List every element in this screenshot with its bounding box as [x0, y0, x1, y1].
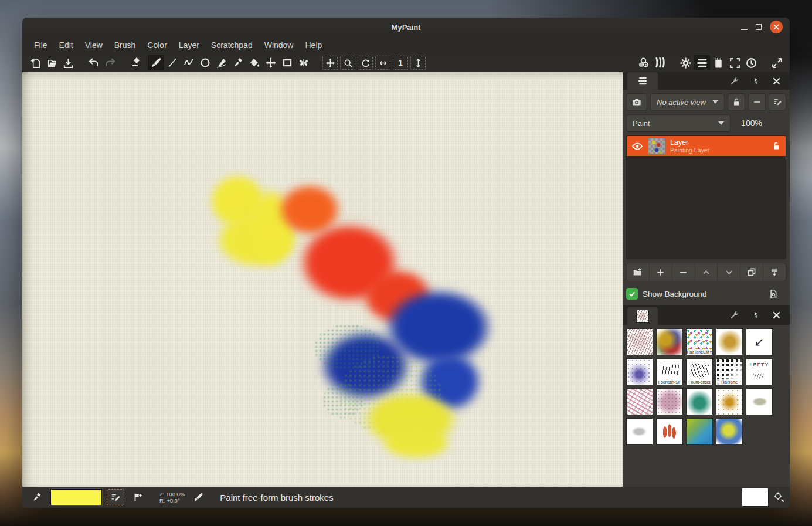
brush-settings-button[interactable]: [107, 489, 124, 505]
panel-snap-icon[interactable]: [751, 310, 761, 320]
freehand-tool-button[interactable]: [148, 55, 164, 70]
remove-layer-button[interactable]: [672, 263, 695, 281]
show-background-checkbox[interactable]: [626, 288, 638, 300]
flood-fill-tool-button[interactable]: [246, 55, 263, 70]
brush-tile-red-pastel-strokes[interactable]: [656, 418, 683, 445]
edit-view-button[interactable]: [769, 93, 786, 111]
brush-tile-fountain-sf[interactable]: Fountain-SF: [656, 358, 683, 385]
statusbar-pick-color-button[interactable]: [28, 489, 46, 505]
menu-help[interactable]: Help: [299, 38, 328, 52]
reset-zoom-button[interactable]: 1: [393, 56, 408, 70]
background-chooser-button[interactable]: [768, 289, 778, 299]
lock-view-button[interactable]: [728, 93, 745, 111]
pan-view-button[interactable]: [322, 56, 338, 70]
canvas[interactable]: [22, 72, 623, 487]
preferences-button[interactable]: [677, 55, 694, 70]
titlebar[interactable]: MyPaint: [22, 18, 790, 36]
scratchpad-panel-button[interactable]: [710, 55, 726, 70]
brush-tile-lefty[interactable]: LEFTY: [746, 358, 773, 385]
panel-close-icon[interactable]: [773, 77, 780, 85]
layers-tab[interactable]: [627, 72, 658, 90]
lower-layer-button[interactable]: [717, 263, 740, 281]
layers-panel-tabstrip: [623, 72, 790, 90]
brush-tile-mauve-stipple[interactable]: [656, 388, 683, 415]
remove-view-button[interactable]: [748, 93, 766, 111]
open-file-button[interactable]: [43, 55, 60, 70]
fit-view-button[interactable]: [410, 56, 426, 70]
paintbrush-icon: [193, 492, 203, 503]
layer-row-selected[interactable]: Layer Painting Layer: [627, 136, 786, 156]
panel-settings-wrench-icon[interactable]: [729, 76, 739, 86]
add-bookmark-button[interactable]: [129, 489, 147, 505]
layers-panel-button[interactable]: [694, 55, 710, 70]
zoom-view-button[interactable]: [340, 56, 355, 70]
raise-layer-button[interactable]: [695, 263, 718, 281]
resize-window-button[interactable]: [769, 55, 785, 70]
color-wheel-panel-button[interactable]: [635, 55, 651, 70]
maximize-button[interactable]: [756, 24, 762, 30]
menu-view[interactable]: View: [79, 38, 108, 52]
tool-description: Paint free-form brush strokes: [220, 493, 333, 503]
brush-tile-gold-paint[interactable]: [716, 328, 743, 355]
brush-tile-arrow-stroke[interactable]: ↙: [746, 328, 773, 355]
brush-cursor-icon[interactable]: [773, 491, 785, 503]
merge-layer-down-button[interactable]: [763, 263, 786, 281]
brush-tile-sketch-scribbles[interactable]: [626, 328, 653, 355]
brush-tile-multicolor-paint[interactable]: [656, 328, 683, 355]
fullscreen-button[interactable]: [726, 55, 743, 70]
save-file-button[interactable]: [60, 55, 76, 70]
pick-color-tool-button[interactable]: [230, 55, 246, 70]
layer-list[interactable]: Layer Painting Layer: [626, 135, 786, 259]
frame-tool-button[interactable]: [279, 55, 295, 70]
recent-brushes-button[interactable]: [743, 55, 759, 70]
panel-snap-icon[interactable]: [751, 76, 761, 86]
menu-brush[interactable]: Brush: [108, 38, 142, 52]
menu-scratchpad[interactable]: Scratchpad: [205, 38, 259, 52]
menu-color[interactable]: Color: [141, 38, 172, 52]
menu-window[interactable]: Window: [259, 38, 300, 52]
undo-button[interactable]: [86, 55, 102, 70]
add-layer-button[interactable]: [649, 263, 672, 281]
connected-lines-tool-button[interactable]: [181, 55, 197, 70]
minimize-button[interactable]: [741, 24, 748, 30]
brush-tile-gold-splatter[interactable]: [716, 388, 743, 415]
lines-tool-button[interactable]: [164, 55, 181, 70]
brush-tile-pink-crosshatch[interactable]: [626, 388, 653, 415]
brush-group-tab[interactable]: [627, 307, 658, 325]
ellipse-tool-button[interactable]: [197, 55, 213, 70]
layer-view-snapshot-button[interactable]: [626, 93, 647, 111]
layer-lock-open-icon[interactable]: [772, 141, 781, 151]
brush-tile-teal-blob[interactable]: [686, 388, 713, 415]
inking-tool-button[interactable]: [213, 55, 230, 70]
brush-tile-fount-offset[interactable]: Fount-offset: [686, 358, 713, 385]
brush-tile-purple-splatter[interactable]: [626, 358, 653, 385]
brush-tile-halftone-cmy[interactable]: HalfToneCMY: [686, 328, 713, 355]
menu-edit[interactable]: Edit: [53, 38, 79, 52]
duplicate-layer-button[interactable]: [740, 263, 763, 281]
move-layer-tool-button[interactable]: [263, 55, 279, 70]
brush-list-panel-button[interactable]: [651, 55, 668, 70]
layer-mode-dropdown[interactable]: Paint: [626, 114, 731, 132]
menu-layer[interactable]: Layer: [173, 38, 205, 52]
new-file-button[interactable]: [27, 55, 43, 70]
panel-close-icon[interactable]: [773, 311, 780, 319]
mirror-view-button[interactable]: [375, 56, 390, 70]
brush-tile-halftone[interactable]: HalfTone: [716, 358, 743, 385]
close-button[interactable]: [770, 21, 783, 33]
panel-settings-wrench-icon[interactable]: [729, 310, 739, 320]
new-layer-group-button[interactable]: [627, 263, 649, 281]
rotate-view-button[interactable]: [358, 56, 373, 70]
brush-tile-blue-yellow-blob[interactable]: [716, 418, 743, 445]
eraser-tool-button[interactable]: [128, 55, 144, 70]
eye-visible-icon[interactable]: [631, 140, 643, 152]
current-color-swatch[interactable]: [50, 489, 102, 505]
layer-opacity-value[interactable]: 100%: [733, 118, 770, 128]
brush-tile-yellow-blue-gradient[interactable]: [686, 418, 713, 445]
current-brush-preview[interactable]: [742, 488, 769, 507]
symmetry-tool-button[interactable]: [295, 55, 312, 70]
menu-file[interactable]: File: [28, 38, 53, 52]
brush-tile-olive-smudge[interactable]: [746, 388, 773, 415]
layer-view-dropdown[interactable]: No active view: [650, 93, 725, 111]
brush-tile-gray-feather[interactable]: [626, 418, 653, 445]
redo-button[interactable]: [102, 55, 118, 70]
